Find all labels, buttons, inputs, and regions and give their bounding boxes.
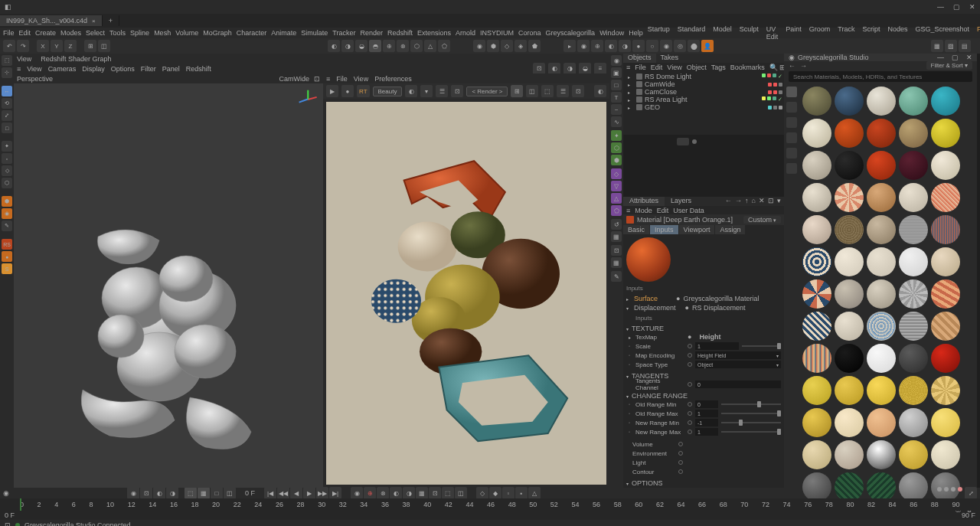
- filter-sort-button[interactable]: Filter & Sort ▾: [926, 61, 972, 70]
- oldmax-input[interactable]: 1: [695, 410, 718, 417]
- render-icon[interactable]: ◐: [405, 85, 417, 97]
- layout-item[interactable]: Nodes: [887, 25, 907, 41]
- menu-item[interactable]: Simulate: [301, 29, 328, 37]
- visibility-dot[interactable]: [779, 90, 782, 94]
- toolbar-button[interactable]: ⬠: [438, 40, 450, 52]
- next-key-button[interactable]: ▶▶: [316, 487, 328, 499]
- visibility-dot[interactable]: [767, 74, 771, 77]
- object-item[interactable]: ▸CamWide: [625, 80, 782, 88]
- object-item[interactable]: ▸GEO: [625, 103, 782, 111]
- material-preview[interactable]: [626, 237, 671, 282]
- render-button[interactable]: ◉: [660, 40, 672, 52]
- newmax-slider[interactable]: [721, 431, 781, 433]
- material-thumbnail[interactable]: [899, 215, 928, 244]
- viewport-canvas[interactable]: [14, 83, 323, 488]
- material-thumbnail[interactable]: [835, 183, 864, 212]
- key-button[interactable]: △: [528, 487, 541, 499]
- mograph-tool[interactable]: ⬢: [611, 155, 622, 165]
- menu-item[interactable]: Window: [599, 29, 624, 37]
- redo-button[interactable]: ↷: [17, 40, 29, 52]
- menu-item[interactable]: Animate: [271, 29, 296, 37]
- material-thumbnail[interactable]: [835, 408, 864, 437]
- layout-item[interactable]: Groom: [809, 25, 831, 41]
- layout-item[interactable]: Startup: [648, 25, 670, 41]
- end-frame[interactable]: 90 F: [962, 511, 975, 519]
- material-thumbnail[interactable]: [931, 183, 960, 212]
- material-thumbnail[interactable]: [802, 247, 831, 276]
- render-button[interactable]: ⬤: [688, 40, 700, 52]
- tl-button[interactable]: ◑: [166, 487, 178, 499]
- obj-menu-item[interactable]: Bookmarks: [730, 64, 765, 71]
- viewport-menu-item[interactable]: Cameras: [48, 65, 77, 73]
- material-thumbnail[interactable]: [899, 376, 928, 405]
- toolbar-button[interactable]: ◑: [341, 40, 354, 52]
- deformer-tool[interactable]: ◇: [611, 168, 622, 179]
- gsg-side-button[interactable]: [786, 148, 797, 158]
- material-thumbnail[interactable]: [802, 408, 831, 437]
- subtab-viewport[interactable]: Viewport: [679, 225, 715, 234]
- max-icon[interactable]: ▢: [953, 3, 960, 11]
- nav-back-icon[interactable]: ←: [725, 197, 732, 206]
- axis-z-button[interactable]: Z: [64, 40, 77, 52]
- layout-item[interactable]: Script: [862, 25, 880, 41]
- menu-item[interactable]: Corona: [518, 29, 541, 37]
- subtab-assign[interactable]: Assign: [715, 225, 745, 234]
- view-menu[interactable]: View: [17, 55, 31, 63]
- tl-button[interactable]: ⬚: [442, 487, 454, 499]
- toolbar-button[interactable]: ⊞: [84, 40, 96, 52]
- material-thumbnail[interactable]: [802, 279, 831, 309]
- change-header[interactable]: CHANGE RANGE: [632, 392, 688, 400]
- layout-item[interactable]: UV Edit: [766, 25, 779, 41]
- axis-gizmo[interactable]: [299, 90, 317, 108]
- newmin-slider[interactable]: [721, 422, 781, 423]
- key-button[interactable]: ◇: [476, 487, 488, 499]
- visibility-dot[interactable]: [768, 90, 772, 94]
- material-thumbnail[interactable]: [931, 87, 960, 116]
- menu-icon[interactable]: ≡: [626, 207, 630, 214]
- nav-up-icon[interactable]: ↑: [745, 197, 749, 206]
- menu-item[interactable]: Modes: [60, 29, 81, 37]
- visibility-dot[interactable]: [768, 83, 772, 87]
- spline-tool[interactable]: ~: [611, 104, 622, 115]
- scale-tool[interactable]: ⤢: [2, 110, 12, 121]
- viewport-menu-item[interactable]: Panel: [162, 65, 180, 73]
- toolbar-button[interactable]: ⬟: [528, 40, 541, 52]
- material-thumbnail[interactable]: [899, 119, 928, 148]
- render-icon[interactable]: ☰: [557, 85, 569, 97]
- viewport-menu-item[interactable]: Redshift: [186, 65, 211, 73]
- redshift-tool[interactable]: RS: [2, 239, 12, 250]
- gsg-side-button[interactable]: [786, 87, 797, 97]
- render-stop-button[interactable]: ●: [341, 85, 354, 97]
- tool-button[interactable]: ◇: [2, 165, 12, 176]
- material-thumbnail[interactable]: [802, 151, 831, 180]
- visibility-dot[interactable]: [773, 83, 777, 87]
- options-header[interactable]: OPTIONS: [632, 479, 663, 487]
- render-button[interactable]: ●: [632, 40, 645, 52]
- go-end-button[interactable]: ▶|: [329, 487, 341, 499]
- material-thumbnail[interactable]: [802, 376, 831, 405]
- menu-item[interactable]: Extensions: [417, 29, 451, 37]
- camera-tool[interactable]: ◉: [611, 55, 622, 66]
- visibility-dot[interactable]: [767, 96, 771, 100]
- expand-icon[interactable]: ⤢: [965, 487, 977, 499]
- expand-icon[interactable]: ▸: [628, 90, 634, 95]
- axis-y-button[interactable]: Y: [51, 40, 63, 52]
- newmax-input[interactable]: 1: [695, 428, 718, 436]
- material-thumbnail[interactable]: [867, 119, 896, 148]
- key-button[interactable]: ◆: [489, 487, 501, 499]
- material-thumbnail[interactable]: [931, 376, 960, 405]
- material-thumbnail[interactable]: [802, 440, 831, 469]
- tl-button[interactable]: ◫: [224, 487, 236, 499]
- render-button[interactable]: ◎: [674, 40, 686, 52]
- material-thumbnail[interactable]: [899, 87, 928, 116]
- home-icon[interactable]: ⌂: [752, 197, 756, 206]
- tl-button[interactable]: ▦: [198, 487, 210, 499]
- camera-label[interactable]: CamWide: [279, 75, 309, 83]
- material-thumbnail[interactable]: [867, 183, 896, 212]
- start-frame[interactable]: 0 F: [5, 511, 15, 519]
- toolbar-button[interactable]: ◉: [473, 40, 485, 52]
- tab-attributes[interactable]: Attributes: [623, 197, 665, 206]
- deformer-tool[interactable]: △: [611, 193, 622, 204]
- expand-icon[interactable]: ▸: [628, 74, 634, 80]
- menu-item[interactable]: Create: [35, 29, 56, 37]
